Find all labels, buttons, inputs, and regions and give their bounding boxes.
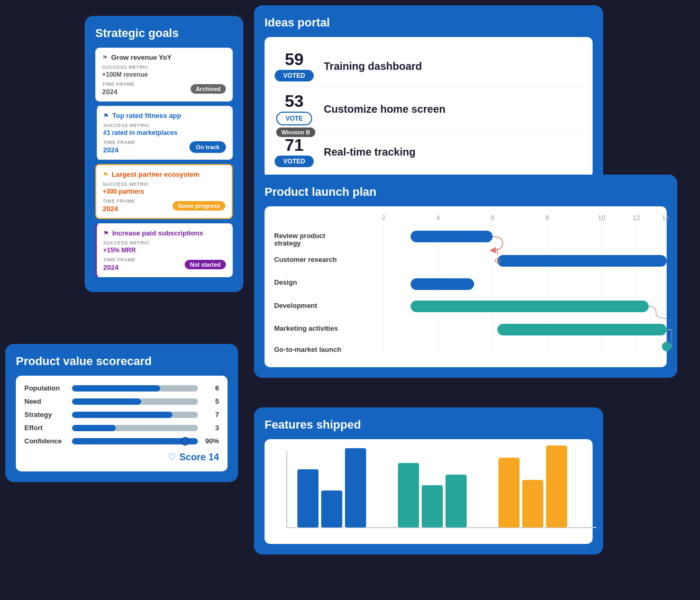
gantt-col-4: 4 bbox=[437, 214, 440, 222]
metric-value-2: #1 rated in marketplaces bbox=[103, 129, 226, 137]
voted-button-3[interactable]: VOTED bbox=[275, 156, 313, 167]
svg-text:strategy: strategy bbox=[274, 239, 301, 247]
status-badge-1: Archived bbox=[190, 84, 226, 94]
gantt-bar-1 bbox=[411, 231, 493, 242]
status-badge-4: Not started bbox=[185, 260, 226, 269]
score-bar-fill-effort bbox=[72, 425, 116, 431]
score-value-strategy: 7 bbox=[203, 411, 219, 419]
product-launch-title: Product launch plan bbox=[265, 185, 667, 199]
task-name-5: Marketing activities bbox=[274, 324, 338, 332]
metric-value-3: +300 partners bbox=[103, 188, 225, 195]
gantt-col-8: 8 bbox=[546, 214, 549, 222]
bar-3-1 bbox=[498, 458, 520, 528]
goal-card-3: ⚑ Largest partner ecosystem SUCCESS METR… bbox=[95, 164, 233, 219]
vote-button-2[interactable]: VOTE bbox=[276, 112, 313, 125]
goal-title-1: Grow revenue YoY bbox=[111, 53, 171, 61]
score-label-strategy: Strategy bbox=[24, 411, 67, 419]
status-badge-3: Some progress bbox=[172, 201, 225, 211]
gantt-col-14: 14 bbox=[662, 214, 669, 222]
scorecard-panel: Product value scorecard Population 6 Nee… bbox=[5, 344, 238, 482]
goal-title-3: Largest partner ecosystem bbox=[112, 170, 199, 178]
score-bar-track-effort bbox=[72, 425, 198, 431]
score-row-effort: Effort 3 bbox=[24, 424, 219, 432]
score-bar-track-strategy bbox=[72, 412, 198, 418]
features-chart-container bbox=[265, 439, 593, 544]
bar-2-1 bbox=[398, 463, 419, 528]
timeframe-value-2: 2024 bbox=[103, 146, 135, 154]
commenter-badge: Winston B bbox=[276, 128, 315, 137]
score-value-confidence: 90% bbox=[203, 437, 219, 445]
vote-section-1: 59 VOTED bbox=[273, 51, 315, 81]
product-launch-panel: Product launch plan 2 4 6 8 10 12 14 Rev… bbox=[254, 175, 677, 378]
score-row-confidence: Confidence 90% bbox=[24, 437, 219, 445]
bar-2-3 bbox=[446, 475, 467, 528]
score-bar-track-population bbox=[72, 385, 198, 392]
bar-3-2 bbox=[522, 480, 543, 528]
score-row-need: Need 5 bbox=[24, 397, 219, 405]
voted-button-1[interactable]: VOTED bbox=[275, 70, 313, 81]
status-badge-2: On track bbox=[189, 141, 226, 153]
goal-title-4: Increase paid subscriptions bbox=[112, 229, 203, 237]
score-value-effort: 3 bbox=[203, 424, 219, 432]
gantt-bar-4 bbox=[411, 301, 649, 312]
bar-1-1 bbox=[297, 469, 319, 528]
metric-value-1: +100M revenue bbox=[102, 71, 226, 78]
score-footer: ♡ Score 14 bbox=[24, 451, 219, 463]
idea-row-1: 59 VOTED Training dashboard bbox=[273, 46, 584, 87]
goal-flag-icon-2: ⚑ bbox=[103, 112, 109, 120]
scorecard-title: Product value scorecard bbox=[16, 354, 228, 368]
bar-1-3 bbox=[345, 448, 366, 528]
score-bar-remainder-need bbox=[141, 398, 198, 405]
vote-section-3: 71 VOTED bbox=[273, 137, 315, 167]
vote-count-3: 71 bbox=[285, 137, 304, 153]
idea-title-3: Real-time tracking bbox=[324, 146, 415, 158]
vote-count-2: 53 bbox=[285, 93, 304, 110]
goal-flag-icon-4: ⚑ bbox=[103, 230, 109, 237]
score-bar-fill-need bbox=[72, 398, 141, 405]
score-total: Score 14 bbox=[179, 452, 219, 463]
score-bar-fill-population bbox=[72, 385, 160, 392]
features-bar-chart bbox=[271, 446, 599, 535]
strategic-goals-title: Strategic goals bbox=[95, 26, 233, 40]
score-bar-remainder-population bbox=[160, 385, 198, 392]
goal-card-2: ⚑ Top rated fitness app SUCCESS METRIC #… bbox=[95, 106, 233, 160]
timeframe-label-3: TIME FRAME bbox=[103, 198, 135, 204]
gantt-col-6: 6 bbox=[491, 214, 495, 222]
gantt-bar-3 bbox=[411, 278, 474, 290]
vote-section-2: 53 VOTE Winston B bbox=[273, 93, 315, 125]
ideas-portal-title: Ideas portal bbox=[265, 16, 593, 30]
score-bar-remainder-strategy bbox=[172, 412, 198, 418]
bar-2-2 bbox=[422, 485, 443, 528]
bar-1-2 bbox=[321, 490, 342, 528]
gantt-bar-5 bbox=[497, 324, 667, 335]
bar-3-3 bbox=[546, 446, 567, 528]
task-name-1: Review product bbox=[274, 232, 325, 240]
features-shipped-title: Features shipped bbox=[265, 418, 593, 432]
score-row-population: Population 6 bbox=[24, 384, 219, 392]
idea-row-2: 53 VOTE Winston B Customize home screen bbox=[273, 87, 584, 131]
metric-label-3: SUCCESS METRIC bbox=[103, 181, 225, 187]
score-label-effort: Effort bbox=[24, 424, 67, 432]
gantt-col-2: 2 bbox=[382, 214, 386, 222]
gantt-chart: 2 4 6 8 10 12 14 Review product strategy… bbox=[265, 206, 667, 367]
score-bar-fill-strategy bbox=[72, 412, 172, 418]
task-name-6: Go-to-market launch bbox=[274, 346, 341, 353]
gantt-bar-2 bbox=[497, 255, 667, 267]
strategic-goals-panel: Strategic goals ⚑ Grow revenue YoY SUCCE… bbox=[85, 16, 243, 292]
confidence-thumb[interactable] bbox=[181, 437, 189, 446]
goal-title-2: Top rated fitness app bbox=[112, 112, 181, 120]
gantt-dot-6 bbox=[662, 342, 671, 351]
task-name-4: Development bbox=[274, 302, 317, 310]
idea-row-3: 71 VOTED Real-time tracking bbox=[273, 131, 584, 169]
score-label-need: Need bbox=[24, 397, 67, 405]
goal-card-4: ⚑ Increase paid subscriptions SUCCESS ME… bbox=[95, 223, 233, 277]
task-name-2: Customer research bbox=[274, 256, 337, 263]
gantt-svg: 2 4 6 8 10 12 14 Review product strategy… bbox=[270, 212, 672, 360]
score-value-population: 6 bbox=[203, 384, 219, 392]
score-bar-track-confidence bbox=[72, 438, 198, 444]
timeframe-label-4: TIME FRAME bbox=[103, 257, 135, 262]
score-value-need: 5 bbox=[203, 397, 219, 405]
score-label-population: Population bbox=[24, 384, 67, 392]
timeframe-value-4: 2024 bbox=[103, 263, 135, 271]
metric-label-2: SUCCESS METRIC bbox=[103, 123, 226, 128]
